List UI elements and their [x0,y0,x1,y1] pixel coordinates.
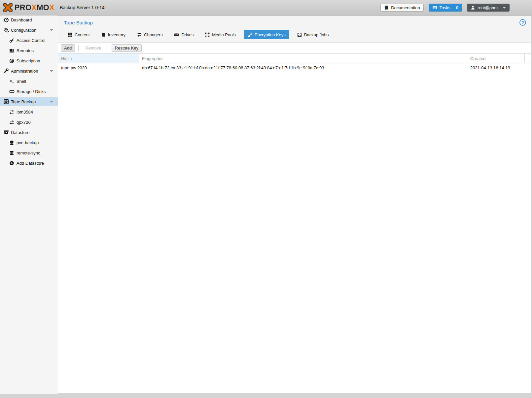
tab-backup-jobs[interactable]: Backup Jobs [294,30,332,39]
hdd-icon [9,89,15,94]
proxmox-x-icon [3,3,13,12]
sidebar-item-administration[interactable]: Administration [0,67,58,75]
add-button[interactable]: Add [61,44,75,52]
restore-key-button[interactable]: Restore Key [112,44,142,52]
chevron-down-icon[interactable] [50,29,53,31]
book-icon [101,32,106,37]
exchange-icon [9,119,15,125]
cell-fingerprint: ab:67:f4:1b:72:ca:33:e1:91:bf:0b:da:df:1… [139,65,467,70]
sidebar-item-remote-sync[interactable]: remote-sync [0,149,58,157]
drive-icon [174,32,179,37]
exchange-icon [9,109,15,115]
tasks-count-badge: 0 [456,5,458,10]
table-row[interactable]: tape pw 2020 ab:67:f4:1b:72:ca:33:e1:91:… [58,63,531,72]
save-icon [297,32,302,37]
database-icon [9,140,15,145]
top-bar: PROXMOX Backup Server 1.0-14 Documentati… [0,0,532,16]
sidebar-item-datastore[interactable]: Datastore [0,128,58,137]
sidebar-item-dashboard[interactable]: Dashboard [0,16,58,24]
column-header-created[interactable]: Created [467,54,525,63]
tab-inventory[interactable]: Inventory [98,30,129,39]
archive-icon [3,130,9,135]
toolbar-separator [108,45,108,51]
chevron-down-icon [503,7,506,9]
sidebar-item-access-control[interactable]: Access Control [0,36,58,45]
sidebar-item-tape-backup[interactable]: Tape Backup [0,97,58,106]
plus-circle-icon [9,160,15,166]
sidebar-item-qpx720[interactable]: qpx720 [0,118,58,126]
wrench-icon [3,68,9,74]
tab-media-pools[interactable]: Media Pools [201,30,239,39]
tab-drives[interactable]: Drives [170,30,197,39]
terminal-icon: >_ [9,79,15,84]
task-list-icon [432,5,437,10]
database-icon [9,150,15,155]
sidebar-item-remotes[interactable]: Remotes [0,46,58,55]
book-icon [384,5,389,10]
column-header-hint[interactable]: Hint ↑ [58,54,139,63]
column-header-fingerprint[interactable]: Fingerprint [139,54,467,63]
user-icon [471,5,475,10]
sidebar-item-shell[interactable]: >_ Shell [0,77,58,85]
cell-created: 2021-04-13 16:14:19 [467,65,525,70]
panel-header: Tape Backup ? Content Inventory [58,16,531,43]
sidebar-item-ibm3584[interactable]: ibm3584 [0,108,58,116]
remove-button: Remove [82,44,104,52]
gears-icon [3,27,9,33]
tab-bar: Content Inventory Changers [64,30,527,39]
chevron-down-icon[interactable] [50,70,53,72]
object-group-icon [205,32,210,37]
grid-toolbar: Add Remove Restore Key [58,43,531,54]
cell-hint: tape pw 2020 [58,65,139,70]
exchange-icon [137,32,142,37]
table-header: Hint ↑ Fingerprint Created [58,54,531,63]
key-icon [9,38,15,43]
proxmox-logo: PROXMOX [3,3,54,12]
sidebar-nav: Dashboard Configuration Access Control R… [0,16,58,394]
page-title: Tape Backup [64,20,527,25]
toolbar-separator [78,45,79,51]
help-icon[interactable]: ? [519,19,526,26]
proxmox-wordmark: PROXMOX [15,3,54,12]
sidebar-item-storage-disks[interactable]: Storage / Disks [0,87,58,96]
tab-changers[interactable]: Changers [133,30,166,39]
tab-encryption-keys[interactable]: Encryption Keys [244,30,289,39]
sidebar-item-pve-backup[interactable]: pve-backup [0,138,58,147]
tab-content[interactable]: Content [64,30,93,39]
user-menu-button[interactable]: root@pam [467,4,510,12]
sidebar-item-add-datastore[interactable]: Add Datastore [0,159,58,167]
main-panel: Tape Backup ? Content Inventory [58,16,531,394]
tape-icon [3,99,9,104]
sidebar-item-configuration[interactable]: Configuration [0,26,58,34]
column-header-spacer [525,54,531,63]
app-title: Backup Server 1.0-14 [60,5,104,10]
documentation-button[interactable]: Documentation [380,4,423,12]
sort-ascending-icon: ↑ [70,56,73,61]
chevron-down-icon[interactable] [50,101,53,103]
grid-icon [68,32,72,37]
life-ring-icon [9,58,15,63]
sidebar-item-subscription[interactable]: Subscription [0,56,58,65]
tasks-button[interactable]: Tasks 0 [429,4,462,12]
key-icon [247,32,252,37]
server-icon [9,48,15,53]
gauge-icon [3,17,9,22]
